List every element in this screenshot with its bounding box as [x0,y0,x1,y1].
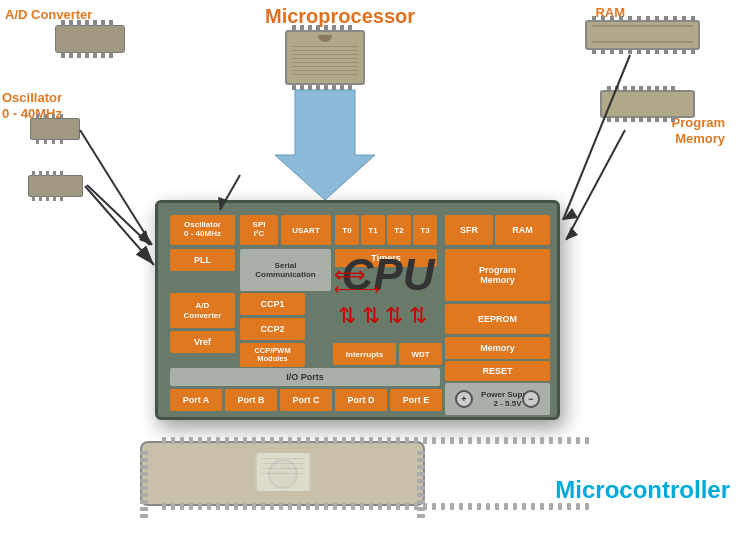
serial-comm-block: SerialCommunication [240,249,331,291]
power-supply-block: + Power Supply2 - 5.5V − [445,383,550,415]
svg-line-13 [85,186,154,265]
microcontroller-chip-ext [140,441,425,506]
svg-line-3 [87,185,150,245]
red-arrows-horizontal2: ⟵⟶ [334,281,380,297]
sfr-block: SFR [445,215,493,245]
t0-block: T0 [335,215,359,245]
svg-marker-8 [563,208,578,220]
ram-chip-ext [585,20,700,50]
reset-block: RESET [445,361,550,381]
vref-block: Vref [170,331,235,353]
red-arrows-vertical: ⇅⇅⇅⇅ [335,303,430,329]
svg-line-5 [80,130,152,245]
wdt-block: WDT [399,343,442,365]
svg-marker-10 [566,227,578,240]
ram-board-block: RAM [495,215,550,245]
port-e-block: Port E [390,389,442,411]
ccp-pwm-block: CCP/PWMModules [240,343,305,367]
port-b-block: Port B [225,389,277,411]
ccp2-block: CCP2 [240,318,305,340]
t3-block: T3 [413,215,437,245]
ad-converter-chip-ext [55,25,125,53]
chip-board: Oscillator0 - 40MHz PLL SPII²C USART Ser… [155,200,560,420]
program-memory-ext-label: ProgramMemory [672,115,725,146]
program-memory-chip-ext [600,90,695,118]
oscillator-block: Oscillator0 - 40MHz [170,215,235,245]
port-a-block: Port A [170,389,222,411]
program-memory-board-block: ProgramMemory [445,249,550,301]
svg-marker-6 [139,232,152,245]
memory-block: Memory [445,337,550,359]
microcontroller-label: Microcontroller [555,476,730,504]
t2-block: T2 [387,215,411,245]
ccp1-block: CCP1 [240,293,305,315]
oscillator-chip-ext [30,118,80,140]
port-c-block: Port C [280,389,332,411]
svg-marker-2 [275,90,375,200]
svg-line-9 [566,130,625,240]
io-ports-block: I/O Ports [170,368,440,386]
port-d-block: Port D [335,389,387,411]
small-chip-left [28,175,83,197]
microprocessor-chip-ext [285,30,365,85]
svg-marker-4 [138,230,150,245]
interrupts-block: Interrupts [333,343,396,365]
pll-block: PLL [170,249,235,271]
eeprom-block: EEPROM [445,304,550,334]
diagram-container: Microprocessor A/D Converter Oscillator0… [0,0,740,534]
t1-block: T1 [361,215,385,245]
usart-block: USART [281,215,331,245]
spi-i2c-block: SPII²C [240,215,278,245]
ad-converter-board-block: A/DConverter [170,293,235,328]
svg-line-7 [563,55,630,220]
